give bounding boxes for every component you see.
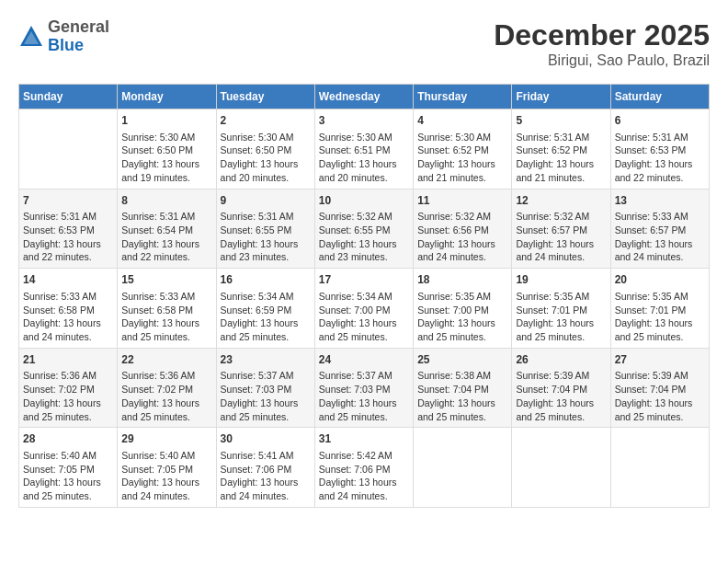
calendar-cell: 21Sunrise: 5:36 AM Sunset: 7:02 PM Dayli…: [19, 348, 118, 428]
day-number: 29: [121, 431, 211, 447]
cell-info: Sunrise: 5:33 AM Sunset: 6:58 PM Dayligh…: [23, 290, 113, 344]
cell-info: Sunrise: 5:32 AM Sunset: 6:56 PM Dayligh…: [417, 210, 507, 264]
day-number: 4: [417, 113, 507, 129]
cell-info: Sunrise: 5:33 AM Sunset: 6:57 PM Dayligh…: [615, 210, 705, 264]
day-number: 3: [319, 113, 409, 129]
calendar-cell: 27Sunrise: 5:39 AM Sunset: 7:04 PM Dayli…: [610, 348, 709, 428]
day-number: 28: [23, 431, 113, 447]
day-number: 24: [319, 352, 409, 368]
cell-info: Sunrise: 5:31 AM Sunset: 6:53 PM Dayligh…: [23, 210, 113, 264]
day-number: 8: [121, 193, 211, 209]
header-row: SundayMondayTuesdayWednesdayThursdayFrid…: [19, 85, 710, 109]
calendar-cell: 8Sunrise: 5:31 AM Sunset: 6:54 PM Daylig…: [118, 189, 216, 269]
calendar-cell: [19, 109, 118, 190]
cell-info: Sunrise: 5:30 AM Sunset: 6:52 PM Dayligh…: [417, 131, 507, 185]
day-number: 12: [516, 193, 606, 209]
cell-info: Sunrise: 5:36 AM Sunset: 7:02 PM Dayligh…: [23, 369, 113, 423]
calendar-cell: 28Sunrise: 5:40 AM Sunset: 7:05 PM Dayli…: [19, 428, 118, 508]
week-row: 21Sunrise: 5:36 AM Sunset: 7:02 PM Dayli…: [19, 348, 710, 428]
logo-text: General Blue: [48, 18, 109, 55]
day-number: 26: [516, 352, 606, 368]
cell-info: Sunrise: 5:34 AM Sunset: 7:00 PM Dayligh…: [319, 290, 409, 344]
cell-info: Sunrise: 5:32 AM Sunset: 6:55 PM Dayligh…: [319, 210, 409, 264]
week-row: 28Sunrise: 5:40 AM Sunset: 7:05 PM Dayli…: [19, 428, 710, 508]
cell-info: Sunrise: 5:35 AM Sunset: 7:01 PM Dayligh…: [615, 290, 705, 344]
cell-info: Sunrise: 5:35 AM Sunset: 7:01 PM Dayligh…: [516, 290, 606, 344]
day-number: 9: [221, 193, 311, 209]
day-number: 16: [221, 272, 311, 288]
cell-info: Sunrise: 5:40 AM Sunset: 7:05 PM Dayligh…: [121, 449, 211, 503]
day-number: 11: [417, 193, 507, 209]
calendar-cell: 13Sunrise: 5:33 AM Sunset: 6:57 PM Dayli…: [610, 189, 709, 269]
week-row: 14Sunrise: 5:33 AM Sunset: 6:58 PM Dayli…: [19, 269, 710, 349]
calendar-cell: 19Sunrise: 5:35 AM Sunset: 7:01 PM Dayli…: [512, 269, 610, 349]
day-number: 23: [221, 352, 311, 368]
day-number: 6: [615, 113, 705, 129]
day-number: 10: [319, 193, 409, 209]
day-number: 18: [417, 272, 507, 288]
logo-icon: [18, 24, 44, 50]
calendar-cell: 25Sunrise: 5:38 AM Sunset: 7:04 PM Dayli…: [414, 348, 512, 428]
calendar-cell: 10Sunrise: 5:32 AM Sunset: 6:55 PM Dayli…: [314, 189, 413, 269]
calendar-cell: 16Sunrise: 5:34 AM Sunset: 6:59 PM Dayli…: [216, 269, 314, 349]
cell-info: Sunrise: 5:39 AM Sunset: 7:04 PM Dayligh…: [516, 369, 606, 423]
page-header: General Blue December 2025 Birigui, Sao …: [18, 18, 710, 69]
calendar-cell: 31Sunrise: 5:42 AM Sunset: 7:06 PM Dayli…: [314, 428, 413, 508]
calendar-cell: [512, 428, 610, 508]
calendar-cell: 3Sunrise: 5:30 AM Sunset: 6:51 PM Daylig…: [314, 109, 413, 190]
cell-info: Sunrise: 5:35 AM Sunset: 7:00 PM Dayligh…: [417, 290, 507, 344]
cell-info: Sunrise: 5:39 AM Sunset: 7:04 PM Dayligh…: [615, 369, 705, 423]
calendar-cell: 15Sunrise: 5:33 AM Sunset: 6:58 PM Dayli…: [118, 269, 216, 349]
cell-info: Sunrise: 5:36 AM Sunset: 7:02 PM Dayligh…: [121, 369, 211, 423]
cell-info: Sunrise: 5:30 AM Sunset: 6:50 PM Dayligh…: [221, 131, 311, 185]
week-row: 7Sunrise: 5:31 AM Sunset: 6:53 PM Daylig…: [19, 189, 710, 269]
col-header-sunday: Sunday: [19, 85, 118, 109]
calendar-cell: [414, 428, 512, 508]
col-header-wednesday: Wednesday: [314, 85, 413, 109]
day-number: 15: [121, 272, 211, 288]
calendar-cell: 12Sunrise: 5:32 AM Sunset: 6:57 PM Dayli…: [512, 189, 610, 269]
calendar-cell: 30Sunrise: 5:41 AM Sunset: 7:06 PM Dayli…: [216, 428, 314, 508]
calendar-table: SundayMondayTuesdayWednesdayThursdayFrid…: [18, 84, 710, 508]
calendar-cell: 1Sunrise: 5:30 AM Sunset: 6:50 PM Daylig…: [118, 109, 216, 190]
day-number: 27: [615, 352, 705, 368]
calendar-cell: 29Sunrise: 5:40 AM Sunset: 7:05 PM Dayli…: [118, 428, 216, 508]
cell-info: Sunrise: 5:41 AM Sunset: 7:06 PM Dayligh…: [221, 449, 311, 503]
calendar-cell: 14Sunrise: 5:33 AM Sunset: 6:58 PM Dayli…: [19, 269, 118, 349]
calendar-cell: 2Sunrise: 5:30 AM Sunset: 6:50 PM Daylig…: [216, 109, 314, 190]
day-number: 31: [319, 431, 409, 447]
title-block: December 2025 Birigui, Sao Paulo, Brazil: [494, 18, 710, 69]
col-header-tuesday: Tuesday: [216, 85, 314, 109]
day-number: 20: [615, 272, 705, 288]
day-number: 30: [221, 431, 311, 447]
calendar-cell: 18Sunrise: 5:35 AM Sunset: 7:00 PM Dayli…: [414, 269, 512, 349]
day-number: 14: [23, 272, 113, 288]
col-header-monday: Monday: [118, 85, 216, 109]
day-number: 7: [23, 193, 113, 209]
page-title: December 2025: [494, 18, 710, 52]
page-subtitle: Birigui, Sao Paulo, Brazil: [494, 52, 710, 69]
cell-info: Sunrise: 5:37 AM Sunset: 7:03 PM Dayligh…: [319, 369, 409, 423]
logo-blue: Blue: [48, 37, 109, 55]
calendar-cell: 23Sunrise: 5:37 AM Sunset: 7:03 PM Dayli…: [216, 348, 314, 428]
day-number: 19: [516, 272, 606, 288]
col-header-thursday: Thursday: [414, 85, 512, 109]
calendar-cell: 11Sunrise: 5:32 AM Sunset: 6:56 PM Dayli…: [414, 189, 512, 269]
cell-info: Sunrise: 5:34 AM Sunset: 6:59 PM Dayligh…: [221, 290, 311, 344]
col-header-saturday: Saturday: [610, 85, 709, 109]
calendar-cell: 6Sunrise: 5:31 AM Sunset: 6:53 PM Daylig…: [610, 109, 709, 190]
logo-general: General: [48, 18, 109, 37]
day-number: 22: [121, 352, 211, 368]
day-number: 21: [23, 352, 113, 368]
calendar-cell: 4Sunrise: 5:30 AM Sunset: 6:52 PM Daylig…: [414, 109, 512, 190]
cell-info: Sunrise: 5:38 AM Sunset: 7:04 PM Dayligh…: [417, 369, 507, 423]
day-number: 17: [319, 272, 409, 288]
cell-info: Sunrise: 5:32 AM Sunset: 6:57 PM Dayligh…: [516, 210, 606, 264]
cell-info: Sunrise: 5:30 AM Sunset: 6:51 PM Dayligh…: [319, 131, 409, 185]
calendar-cell: 9Sunrise: 5:31 AM Sunset: 6:55 PM Daylig…: [216, 189, 314, 269]
calendar-cell: 17Sunrise: 5:34 AM Sunset: 7:00 PM Dayli…: [314, 269, 413, 349]
day-number: 2: [221, 113, 311, 129]
logo: General Blue: [18, 18, 109, 55]
cell-info: Sunrise: 5:37 AM Sunset: 7:03 PM Dayligh…: [221, 369, 311, 423]
day-number: 25: [417, 352, 507, 368]
